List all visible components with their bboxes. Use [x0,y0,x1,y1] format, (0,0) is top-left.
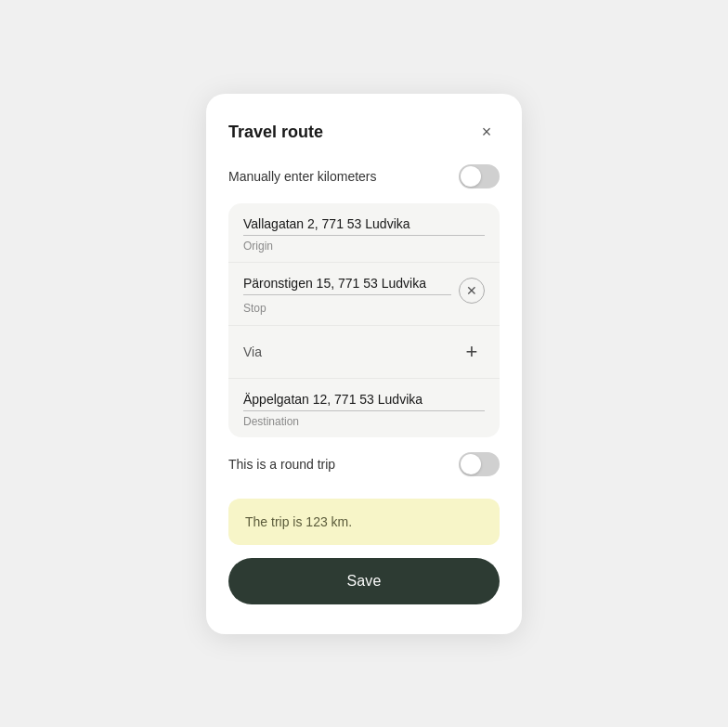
travel-route-modal: Travel route × Manually enter kilometers… [206,94,522,634]
origin-label: Origin [243,240,485,253]
clear-stop-button[interactable]: ✕ [459,278,485,304]
add-via-button[interactable]: + [459,339,485,365]
manually-enter-row: Manually enter kilometers [228,164,500,188]
save-button[interactable]: Save [228,558,500,604]
clear-stop-icon: ✕ [466,283,477,298]
stop-field-content[interactable]: Päronstigen 15, 771 53 Ludvika Stop [243,276,451,316]
manually-enter-label: Manually enter kilometers [228,169,377,184]
destination-field[interactable]: Äppelgatan 12, 771 53 Ludvika Destinatio… [228,379,500,437]
destination-value: Äppelgatan 12, 771 53 Ludvika [243,392,485,411]
origin-value: Vallagatan 2, 771 53 Ludvika [243,216,485,236]
round-trip-row: This is a round trip [228,452,500,476]
manually-enter-toggle[interactable] [459,164,500,188]
round-trip-toggle[interactable] [459,452,500,476]
round-trip-label: This is a round trip [228,457,335,472]
close-button[interactable]: × [474,120,500,146]
route-card: Vallagatan 2, 771 53 Ludvika Origin Päro… [228,203,500,437]
distance-text: The trip is 123 km. [245,514,352,529]
stop-value: Päronstigen 15, 771 53 Ludvika [243,276,451,295]
via-label: Via [243,344,262,359]
stop-field: Päronstigen 15, 771 53 Ludvika Stop ✕ [228,263,500,326]
origin-field[interactable]: Vallagatan 2, 771 53 Ludvika Origin [228,203,500,263]
modal-header: Travel route × [228,120,500,146]
via-row: Via + [228,326,500,379]
distance-info: The trip is 123 km. [228,499,500,545]
modal-title: Travel route [228,123,323,142]
stop-label: Stop [243,302,266,315]
destination-label: Destination [243,415,485,428]
